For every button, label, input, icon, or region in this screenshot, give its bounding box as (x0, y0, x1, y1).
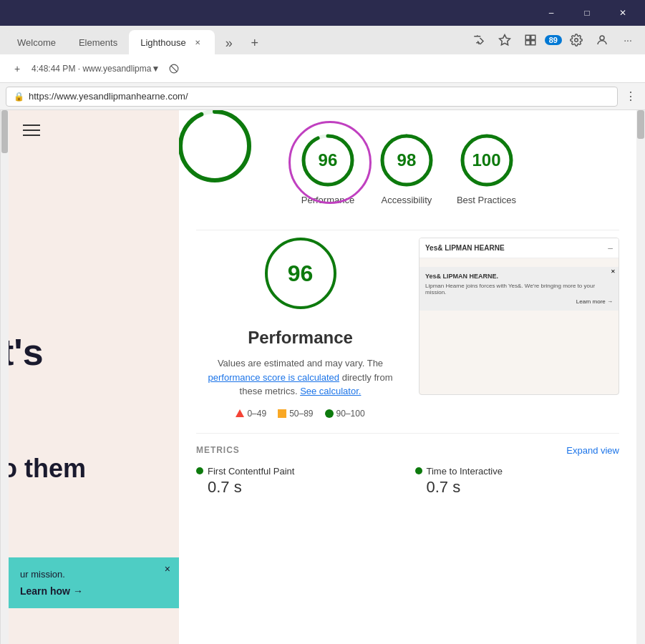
tab-lighthouse-close[interactable]: ✕ (192, 36, 203, 48)
browser-window: Welcome Elements Lighthouse ✕ » + (0, 26, 645, 644)
legend-pass-range: 90–100 (336, 409, 365, 419)
left-scrollbar[interactable] (0, 110, 9, 644)
address-more-button[interactable]: ⋮ (622, 88, 639, 105)
hamburger-line (23, 130, 40, 131)
maximize-button[interactable]: □ (571, 0, 603, 26)
performance-desc-part1: Values are estimated and may vary. The (218, 358, 383, 369)
hamburger-menu[interactable] (23, 125, 40, 136)
stop-button[interactable] (163, 57, 185, 80)
main-content: t's o them × ur mission. Learn how → (0, 110, 645, 644)
preview-text-large: t's (9, 332, 44, 373)
metric-tti-dot (415, 467, 422, 474)
average-icon (278, 409, 286, 418)
new-tab-button[interactable]: + (243, 31, 266, 54)
tab-bar: Welcome Elements Lighthouse ✕ » + (0, 26, 645, 54)
minimize-button[interactable]: – (535, 0, 568, 26)
title-bar: – □ ✕ (0, 0, 645, 26)
popup-cta-link[interactable]: Learn how → (20, 585, 168, 597)
accessibility-score-value: 98 (397, 150, 417, 170)
profile-icon[interactable] (591, 29, 614, 52)
thumb-popup-text: Lipman Hearne joins forces with Yes&. We… (425, 283, 613, 296)
thumb-logo: Yes& LIPMAN HEARNE (425, 244, 505, 252)
address-bar: 🔒 https://www.yesandlipmanhearne.com/ ⋮ (0, 83, 645, 110)
tab-welcome[interactable]: Welcome (6, 30, 67, 54)
metrics-grid: First Contentful Paint 0.7 s Time to Int… (196, 466, 619, 497)
legend-pass: 90–100 (325, 409, 365, 419)
tab-bar-actions: 89 ··· (467, 29, 639, 54)
svg-point-4 (575, 39, 578, 42)
thumb-header: Yes& LIPMAN HEARNE – (420, 238, 619, 258)
url-text: https://www.yesandlipmanhearne.com/ (29, 91, 188, 102)
left-scrollbar-thumb[interactable] (1, 110, 8, 153)
performance-score-link[interactable]: performance score is calculated (208, 372, 340, 383)
scores-row: 96 Performance 98 Accessibility (196, 125, 619, 213)
lighthouse-panel[interactable]: 96 Performance 98 Accessibility (179, 110, 636, 644)
more-tabs-button[interactable]: » (218, 31, 241, 54)
svg-line-7 (171, 65, 177, 71)
translate-icon[interactable] (467, 29, 490, 52)
right-scrollbar-thumb[interactable] (637, 110, 644, 139)
toolbar: + 4:48:44 PM · www.yesandlipma▼ (0, 54, 645, 83)
site-thumbnail: Yes& LIPMAN HEARNE – Our clients know wh… (419, 238, 619, 395)
performance-large-score: 96 (196, 238, 404, 316)
hamburger-line (23, 125, 40, 126)
expand-view-button[interactable]: Expand view (566, 445, 619, 456)
notifications-badge[interactable]: 89 (545, 35, 562, 45)
hamburger-line (23, 135, 40, 136)
accessibility-circle: 98 (378, 132, 435, 189)
legend-fail: 0–49 (236, 409, 266, 419)
metrics-header: METRICS Expand view (196, 445, 619, 456)
svg-point-15 (180, 112, 249, 180)
legend-fail-range: 0–49 (247, 409, 266, 419)
thumb-popup-close[interactable]: ✕ (611, 268, 616, 275)
website-preview: t's o them × ur mission. Learn how → (9, 110, 179, 644)
metric-tti-name: Time to Interactive (427, 466, 503, 477)
thumb-popup-cta[interactable]: Learn more → (425, 298, 613, 305)
fail-icon (236, 409, 244, 417)
best-practices-score-value: 100 (472, 150, 500, 170)
svg-rect-1 (531, 35, 535, 39)
metric-fcp-value: 0.7 s (196, 478, 401, 497)
metrics-title: METRICS (196, 445, 240, 455)
security-icon: 🔒 (14, 92, 24, 102)
svg-rect-0 (525, 35, 530, 39)
performance-section-title: Performance (196, 328, 404, 348)
preview-text-medium: o them (9, 454, 86, 484)
performance-large-circle: 96 (265, 238, 336, 309)
audit-timestamp: 4:48:44 PM · www.yesandlipma▼ (31, 64, 160, 74)
metric-fcp-name: First Contentful Paint (208, 466, 294, 477)
calculator-link[interactable]: See calculator. (300, 386, 361, 396)
url-input[interactable]: 🔒 https://www.yesandlipmanhearne.com/ (6, 87, 618, 107)
metric-fcp: First Contentful Paint 0.7 s (196, 466, 401, 497)
favorites-icon[interactable] (493, 29, 516, 52)
close-button[interactable]: ✕ (606, 0, 639, 26)
settings-icon[interactable] (565, 29, 588, 52)
collections-icon[interactable] (519, 29, 542, 52)
svg-point-5 (600, 36, 604, 40)
tab-elements[interactable]: Elements (67, 30, 129, 54)
thumb-popup-logo: Yes& LIPMAN HEARNE. (425, 273, 613, 280)
metric-tti-header: Time to Interactive (415, 466, 620, 477)
svg-rect-2 (525, 41, 530, 45)
popup-close-button[interactable]: × (165, 563, 170, 575)
right-scrollbar[interactable] (636, 110, 645, 644)
performance-left: 96 Performance Values are estimated and … (196, 238, 404, 419)
legend-average: 50–89 (278, 409, 313, 419)
tab-welcome-label: Welcome (17, 37, 56, 48)
more-options-icon[interactable]: ··· (616, 29, 639, 52)
legend-average-range: 50–89 (289, 409, 313, 419)
tab-lighthouse[interactable]: Lighthouse ✕ (129, 30, 215, 54)
thumb-content: Our clients know what's worth fighting f… (420, 258, 619, 311)
score-best-practices[interactable]: 100 Best Practices (457, 132, 516, 205)
thumb-popup: ✕ Yes& LIPMAN HEARNE. Lipman Hearne join… (420, 267, 619, 311)
pass-icon (325, 409, 334, 418)
score-performance[interactable]: 96 Performance (299, 132, 357, 205)
accessibility-score-label: Accessibility (382, 195, 432, 205)
metric-tti: Time to Interactive 0.7 s (415, 466, 620, 497)
add-toolbar-button[interactable]: + (6, 57, 29, 80)
metric-fcp-dot (196, 467, 203, 474)
svg-rect-3 (531, 41, 535, 45)
thumb-minimize-btn[interactable]: – (608, 243, 613, 253)
score-accessibility[interactable]: 98 Accessibility (378, 132, 435, 205)
preview-popup: × ur mission. Learn how → (9, 557, 179, 608)
